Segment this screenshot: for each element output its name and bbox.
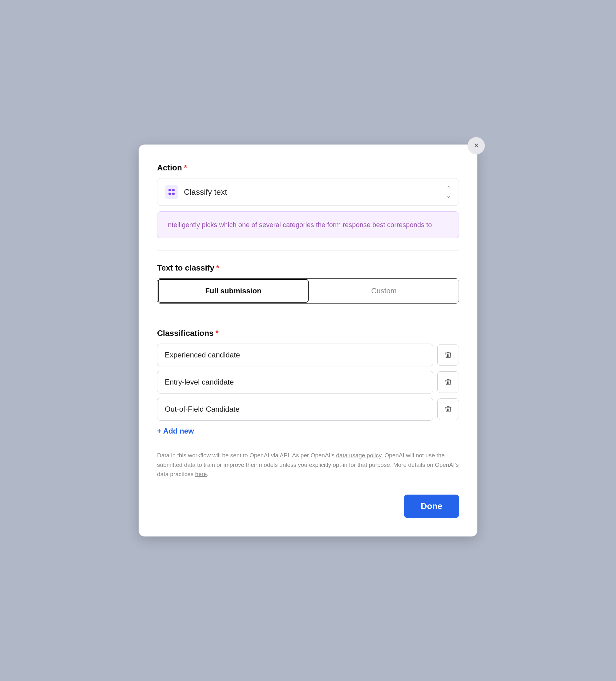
data-usage-policy-link[interactable]: data usage policy <box>336 452 381 458</box>
dot-grid-icon <box>169 189 175 195</box>
close-icon: ✕ <box>473 142 479 150</box>
divider-2 <box>157 316 459 316</box>
text-to-classify-label: Text to classify * <box>157 263 459 273</box>
action-label: Action * <box>157 163 459 173</box>
footer-note: Data in this workflow will be sent to Op… <box>157 451 459 479</box>
action-required-star: * <box>184 163 187 173</box>
classifications-list <box>157 344 459 421</box>
close-button[interactable]: ✕ <box>467 137 485 154</box>
classifications-required-star: * <box>215 328 219 338</box>
trash-icon-3 <box>444 405 452 413</box>
modal-container: ✕ Action * Classify text ⌃⌄ Intelligentl… <box>138 145 478 536</box>
action-dropdown[interactable]: Classify text ⌃⌄ <box>157 178 459 206</box>
footer-text-3: . <box>207 471 208 477</box>
action-selected-label: Classify text <box>184 187 440 197</box>
classifications-section: Classifications * <box>157 328 459 435</box>
classification-row-2 <box>157 371 459 394</box>
delete-button-2[interactable] <box>437 371 459 393</box>
classification-input-1[interactable] <box>157 344 433 367</box>
classifications-label: Classifications * <box>157 328 459 338</box>
classification-row-1 <box>157 344 459 367</box>
footer-text-1: Data in this workflow will be sent to Op… <box>157 452 336 458</box>
text-to-classify-section: Text to classify * Full submission Custo… <box>157 263 459 304</box>
action-section: Action * Classify text ⌃⌄ Intelligently … <box>157 163 459 238</box>
classification-input-3[interactable] <box>157 398 433 421</box>
divider-1 <box>157 251 459 251</box>
action-description: Intelligently picks which one of several… <box>157 211 459 238</box>
tab-group: Full submission Custom <box>157 278 459 304</box>
classification-input-2[interactable] <box>157 371 433 394</box>
tab-custom[interactable]: Custom <box>309 279 459 303</box>
done-row: Done <box>157 495 459 518</box>
trash-icon-2 <box>444 378 452 386</box>
delete-button-3[interactable] <box>437 398 459 420</box>
delete-button-1[interactable] <box>437 344 459 366</box>
classification-row-3 <box>157 398 459 421</box>
classify-icon <box>165 185 178 199</box>
done-button[interactable]: Done <box>404 495 459 518</box>
add-new-button[interactable]: + Add new <box>157 427 194 435</box>
tab-full-submission[interactable]: Full submission <box>158 279 309 303</box>
here-link[interactable]: here <box>195 471 207 477</box>
add-new-label: + Add new <box>157 427 194 435</box>
trash-icon-1 <box>444 351 452 359</box>
text-required-star: * <box>216 263 219 273</box>
chevron-updown-icon: ⌃⌄ <box>446 184 451 199</box>
